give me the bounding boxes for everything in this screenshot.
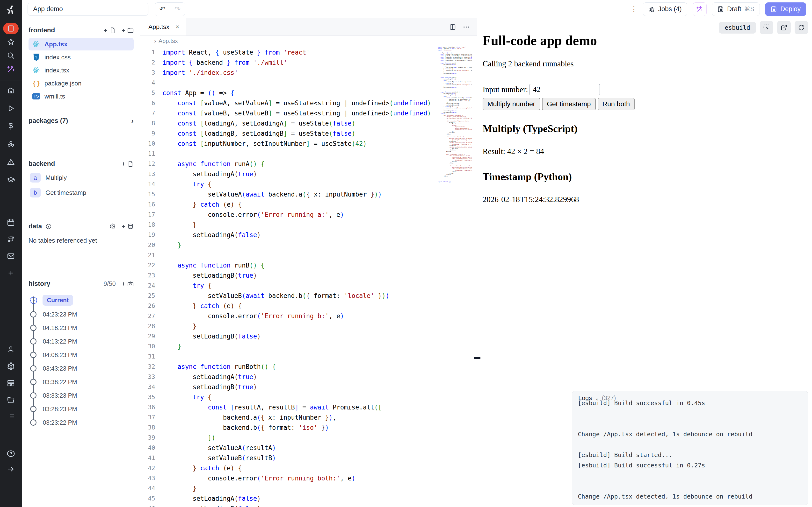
code-line-41[interactable]: 41 setValueB(resultB) <box>140 453 436 463</box>
code-line-21[interactable]: 21 <box>140 250 436 260</box>
add-plus-icon[interactable] <box>3 266 18 280</box>
code-line-27[interactable]: 27 console.error('Error running b:', e) <box>140 311 436 321</box>
history-entry[interactable]: 04:08:23 PM <box>30 348 134 362</box>
editor-more-icon[interactable] <box>463 23 470 31</box>
code-line-25[interactable]: 25 setValueB(await backend.b({ format: '… <box>140 291 436 301</box>
code-line-10[interactable]: 10 const [inputNumber, setInputNumber] =… <box>140 138 436 149</box>
windmill-logo-icon[interactable] <box>6 4 16 16</box>
user-icon[interactable] <box>3 343 18 356</box>
code-line-17[interactable]: 17 console.error('Error running a:', e) <box>140 210 436 220</box>
code-line-36[interactable]: 36 const [resultA, resultB] = await Prom… <box>140 402 436 412</box>
backend-item-b[interactable]: bGet timestamp <box>29 186 134 200</box>
add-runnable-icon[interactable] <box>121 161 134 167</box>
code-line-1[interactable]: 1import React, { useState } from 'react' <box>140 47 436 57</box>
file-item-wmill-ts[interactable]: TSwmill.ts <box>29 90 134 103</box>
code-line-43[interactable]: 43 console.error('Error running both:', … <box>140 473 436 483</box>
ai-wand-icon[interactable] <box>3 62 18 76</box>
logs-chevron-icon[interactable]: ⌄ <box>595 395 599 401</box>
runs-icon[interactable] <box>3 102 18 115</box>
input-number-field[interactable] <box>529 84 600 95</box>
code-line-8[interactable]: 8 const [loadingA, setLoadingA] = useSta… <box>140 118 436 128</box>
esbuild-badge[interactable]: esbuild <box>719 22 756 34</box>
logs-title[interactable]: Logs <box>578 394 592 402</box>
ai-assistant-button[interactable] <box>693 2 707 16</box>
code-line-29[interactable]: 29 setLoadingB(false) <box>140 331 436 341</box>
add-table-icon[interactable] <box>121 223 134 230</box>
code-line-2[interactable]: 2import { backend } from './wmill' <box>140 57 436 68</box>
add-file-icon[interactable] <box>103 27 116 34</box>
jobs-button[interactable]: Jobs (4) <box>643 2 687 16</box>
code-line-4[interactable]: 4 <box>140 78 436 88</box>
logs-body[interactable]: [esbuild] Build successful in 0.45s Chan… <box>572 398 808 505</box>
current-version-badge[interactable]: Current <box>43 295 73 306</box>
code-line-30[interactable]: 30 } <box>140 341 436 351</box>
code-line-23[interactable]: 23 setLoadingB(true) <box>140 270 436 281</box>
code-line-33[interactable]: 33 setLoadingA(true) <box>140 372 436 382</box>
code-line-44[interactable]: 44 } <box>140 483 436 494</box>
code-line-34[interactable]: 34 setLoadingB(true) <box>140 382 436 392</box>
history-entry[interactable]: 03:33:23 PM <box>30 389 134 402</box>
code-line-18[interactable]: 18 } <box>140 220 436 230</box>
open-external-icon[interactable] <box>777 21 791 34</box>
code-line-24[interactable]: 24 try { <box>140 281 436 291</box>
history-entry[interactable]: 03:23:22 PM <box>30 416 134 429</box>
redo-button[interactable]: ↷ <box>170 3 185 16</box>
backend-item-a[interactable]: aMultiply <box>29 171 134 184</box>
prism-icon[interactable] <box>3 155 18 169</box>
code-line-6[interactable]: 6 const [valueA, setValueA] = useState<s… <box>140 98 436 108</box>
more-menu-icon[interactable]: ⋮ <box>630 8 638 11</box>
routes-icon[interactable] <box>3 232 18 246</box>
inspect-select-icon[interactable] <box>760 21 773 34</box>
history-entry[interactable]: 04:13:22 PM <box>30 335 134 348</box>
pricing-icon[interactable] <box>3 119 18 133</box>
close-tab-icon[interactable]: × <box>176 23 179 31</box>
code-line-32[interactable]: 32 async function runBoth() { <box>140 362 436 372</box>
preview-button-multiply-number[interactable]: Multiply number <box>483 98 540 110</box>
history-entry[interactable]: 03:43:23 PM <box>30 362 134 375</box>
deploy-button[interactable]: Deploy <box>765 2 806 16</box>
code-line-46[interactable]: 46 setLoadingB(false) <box>140 504 436 507</box>
file-item-index-css[interactable]: 3index.css <box>29 51 134 63</box>
code-line-42[interactable]: 42 } catch (e) { <box>140 463 436 473</box>
code-line-16[interactable]: 16 } catch (e) { <box>140 200 436 210</box>
code-line-7[interactable]: 7 const [valueB, setValueB] = useState<s… <box>140 108 436 118</box>
mail-icon[interactable] <box>3 249 18 263</box>
learn-cap-icon[interactable] <box>3 173 18 187</box>
workers-icon[interactable] <box>3 376 18 390</box>
code-line-3[interactable]: 3import './index.css' <box>140 68 436 78</box>
breadcrumb[interactable]: › App.tsx <box>140 36 477 46</box>
add-folder-icon[interactable] <box>121 27 134 34</box>
help-icon[interactable] <box>3 447 18 460</box>
code-line-35[interactable]: 35 try { <box>140 392 436 402</box>
search-icon[interactable] <box>3 49 18 62</box>
code-line-28[interactable]: 28 } <box>140 321 436 331</box>
file-item-package-json[interactable]: { }package.json <box>29 77 134 90</box>
code-area[interactable]: 1import React, { useState } from 'react'… <box>140 46 477 507</box>
packages-cubes-icon[interactable] <box>3 137 18 151</box>
code-line-9[interactable]: 9 const [loadingB, setLoadingB] = useSta… <box>140 128 436 138</box>
code-line-20[interactable]: 20 } <box>140 240 436 250</box>
data-settings-gear-icon[interactable] <box>109 223 116 230</box>
history-entry[interactable]: 04:18:23 PM <box>30 321 134 335</box>
preview-button-get-timestamp[interactable]: Get timestamp <box>542 98 596 110</box>
audit-list-icon[interactable] <box>3 410 18 424</box>
folders-icon[interactable] <box>3 393 18 407</box>
code-line-5[interactable]: 5const App = () => { <box>140 88 436 98</box>
code-line-37[interactable]: 37 backend.a({ x: inputNumber }), <box>140 412 436 422</box>
pane-resize-handle[interactable] <box>474 357 480 359</box>
code-line-14[interactable]: 14 try { <box>140 179 436 189</box>
tab-app-tsx[interactable]: App.tsx × <box>140 18 186 36</box>
app-name-input[interactable] <box>28 3 148 16</box>
schedules-calendar-icon[interactable] <box>3 216 18 229</box>
file-item-index-tsx[interactable]: index.tsx <box>29 64 134 76</box>
packages-section-header[interactable]: packages (7) › <box>29 117 134 125</box>
history-entry[interactable]: 03:38:22 PM <box>30 375 134 389</box>
undo-button[interactable]: ↶ <box>155 3 170 16</box>
refresh-icon[interactable] <box>795 21 808 34</box>
code-line-12[interactable]: 12 async function runA() { <box>140 159 436 169</box>
expand-arrow-icon[interactable] <box>3 462 18 476</box>
code-line-19[interactable]: 19 setLoadingA(false) <box>140 230 436 240</box>
code-line-11[interactable]: 11 <box>140 149 436 159</box>
split-editor-icon[interactable] <box>449 23 456 31</box>
code-line-45[interactable]: 45 setLoadingA(false) <box>140 494 436 504</box>
